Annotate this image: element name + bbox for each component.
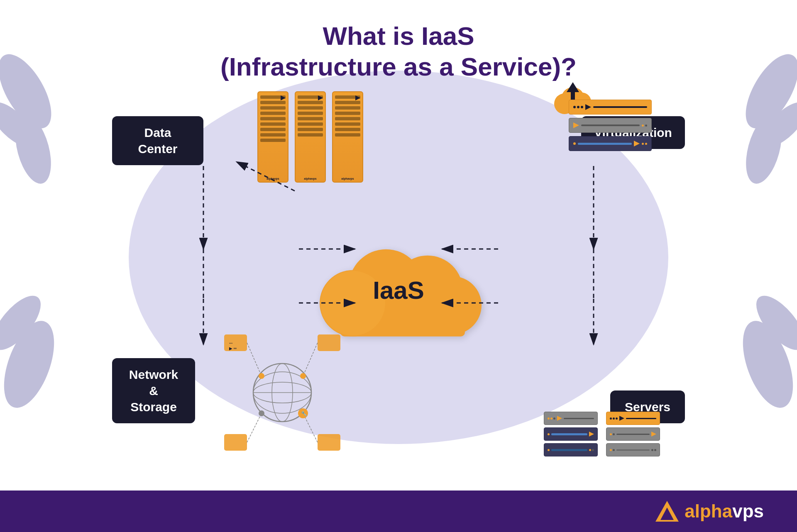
- svg-line-44: [303, 343, 318, 376]
- main-content: What is IaaS (Infrastructure as a Servic…: [0, 0, 797, 491]
- svg-line-43: [247, 343, 262, 376]
- logo-icon: [655, 500, 680, 523]
- svg-point-48: [300, 373, 306, 379]
- logo-text: alphavps: [685, 501, 764, 522]
- svg-point-47: [259, 373, 264, 379]
- svg-rect-42: [318, 434, 340, 451]
- virt-servers: [569, 100, 652, 151]
- svg-rect-41: [224, 434, 247, 451]
- iaas-cloud: IaaS: [311, 229, 486, 347]
- data-center-label: Data Center: [112, 116, 203, 165]
- svg-text:···: ···: [229, 341, 233, 346]
- svg-text:▶ ═: ▶ ═: [229, 346, 237, 351]
- server-racks-bottom: [544, 412, 660, 456]
- page-title: What is IaaS (Infrastructure as a Servic…: [220, 0, 577, 95]
- network-storage-label: Network&Storage: [112, 358, 195, 423]
- svg-rect-40: [318, 334, 340, 351]
- svg-text:🔧: 🔧: [301, 410, 307, 417]
- network-globe: ··· ▶ ═ 🔧: [220, 330, 345, 456]
- svg-point-49: [259, 410, 264, 416]
- footer-logo: alphavps: [655, 500, 764, 523]
- footer-bar: alphavps: [0, 491, 797, 532]
- diagram: Data Center Virtualization Network&Stora…: [0, 66, 797, 490]
- datacenter-towers: alphavps alphavps: [257, 91, 363, 183]
- iaas-label: IaaS: [373, 276, 424, 305]
- svg-line-45: [247, 413, 262, 442]
